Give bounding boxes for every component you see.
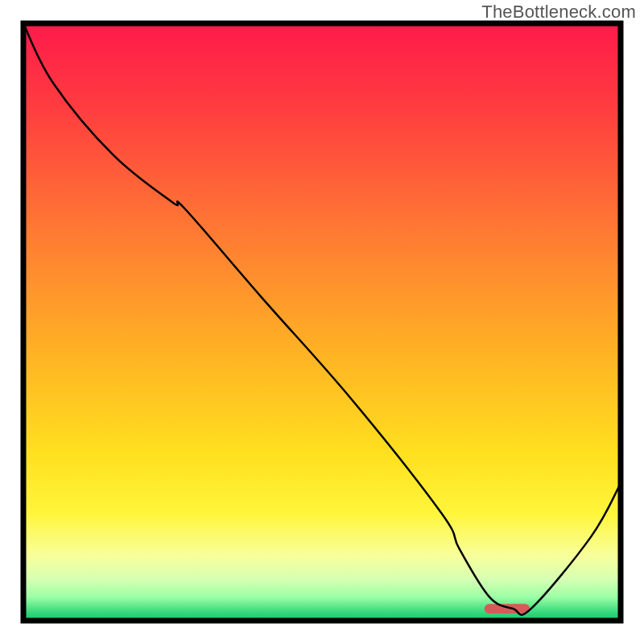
plot-background [23, 23, 621, 621]
bottleneck-chart [20, 20, 624, 624]
